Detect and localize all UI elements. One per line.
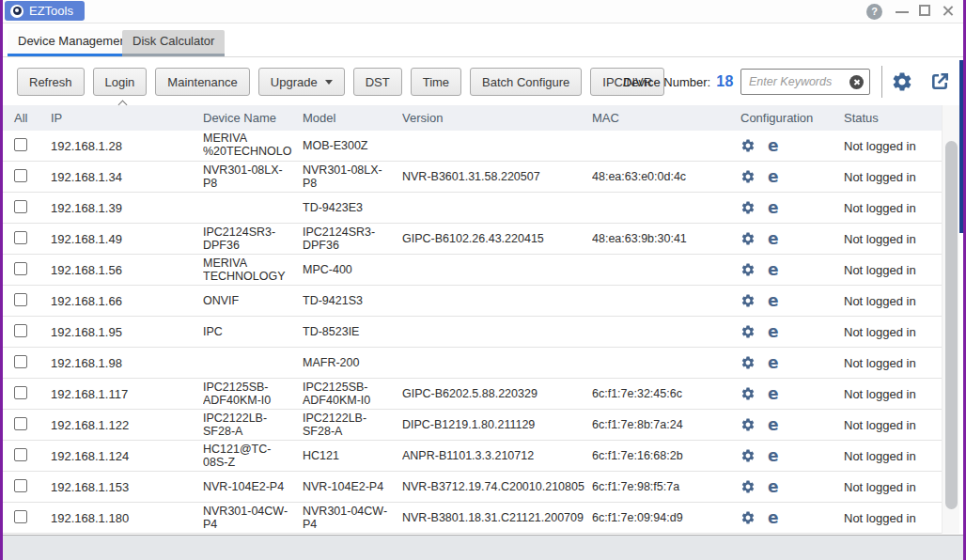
model-cell: IPC2124SR3-DPF36	[303, 226, 402, 252]
configuration-cell: e	[740, 417, 844, 432]
minimize-icon[interactable]	[896, 11, 909, 13]
upgrade-button[interactable]: Upgrade	[258, 68, 345, 96]
ip-cell: 192.168.1.122	[51, 418, 203, 432]
table-row: 192.168.1.49 IPC2124SR3-DPF36 IPC2124SR3…	[0, 224, 942, 255]
search-input[interactable]	[749, 70, 845, 93]
row-checkbox[interactable]	[14, 293, 27, 306]
row-settings-gear-icon[interactable]	[740, 386, 756, 401]
row-settings-gear-icon[interactable]	[740, 262, 756, 277]
header-device-name[interactable]: Device Name	[203, 112, 303, 125]
row-settings-gear-icon[interactable]	[740, 479, 756, 494]
mac-cell: 48:ea:63:e0:0d:4c	[592, 170, 740, 183]
browser-icon[interactable]: e	[768, 293, 779, 308]
ip-cell: 192.168.1.56	[51, 263, 203, 277]
model-cell: NVR301-08LX-P8	[303, 163, 402, 190]
mac-cell: 6c:f1:7e:32:45:6c	[592, 387, 740, 400]
settings-gear-icon[interactable]	[891, 70, 913, 93]
help-icon[interactable]: ?	[866, 4, 882, 20]
background-window-artifact	[959, 60, 963, 233]
header-configuration[interactable]: Configuration	[740, 111, 844, 125]
configuration-cell: e	[740, 169, 844, 184]
maximize-icon[interactable]	[919, 5, 930, 16]
browser-icon[interactable]: e	[768, 200, 779, 215]
vertical-scrollbar[interactable]	[942, 105, 959, 534]
row-settings-gear-icon[interactable]	[740, 417, 756, 432]
row-settings-gear-icon[interactable]	[740, 169, 756, 184]
app-title: EZTools	[29, 4, 73, 18]
tab-device-management[interactable]: Device Management	[8, 30, 140, 56]
row-settings-gear-icon[interactable]	[740, 324, 756, 339]
scrollbar-thumb[interactable]	[945, 141, 958, 509]
row-checkbox[interactable]	[14, 262, 27, 275]
sort-ascending-icon[interactable]	[119, 100, 127, 107]
device-number-label: Device Number:	[623, 75, 710, 89]
mac-cell: 6c:f1:7e:09:94:d9	[592, 511, 740, 524]
row-checkbox-cell	[0, 200, 51, 216]
dst-button[interactable]: DST	[353, 68, 402, 96]
configuration-cell: e	[740, 386, 844, 401]
table-row: 192.168.1.66 ONVIF TD-9421S3 e Not logge…	[0, 286, 942, 317]
row-checkbox[interactable]	[14, 386, 27, 399]
export-icon[interactable]	[928, 70, 951, 93]
browser-icon[interactable]: e	[768, 169, 779, 184]
header-version[interactable]: Version	[402, 111, 592, 125]
ip-cell: 192.168.1.95	[51, 325, 203, 339]
status-cell: Not logged in	[844, 418, 942, 432]
tab-disk-calculator[interactable]: Disk Calculator	[122, 30, 225, 56]
row-settings-gear-icon[interactable]	[740, 231, 756, 246]
browser-icon[interactable]: e	[768, 262, 779, 277]
login-button[interactable]: Login	[93, 68, 148, 96]
ip-cell: 192.168.1.34	[51, 170, 203, 184]
maintenance-button[interactable]: Maintenance	[155, 68, 249, 96]
table-row: 192.168.1.98 MAFR-200 e Not logged in	[0, 348, 942, 379]
refresh-button[interactable]: Refresh	[17, 68, 85, 96]
header-mac[interactable]: MAC	[592, 111, 740, 125]
row-checkbox[interactable]	[14, 417, 27, 430]
browser-icon[interactable]: e	[768, 417, 779, 432]
row-checkbox[interactable]	[14, 138, 27, 151]
row-settings-gear-icon[interactable]	[740, 200, 756, 215]
tab-bar: Device Management Disk Calculator	[0, 24, 966, 57]
row-settings-gear-icon[interactable]	[740, 138, 756, 153]
row-checkbox[interactable]	[14, 169, 27, 182]
titlebar: EZTools ?	[0, 0, 966, 23]
device-name-cell: ONVIF	[203, 294, 303, 307]
header-model[interactable]: Model	[303, 112, 402, 125]
ip-cell: 192.168.1.39	[51, 201, 203, 215]
row-checkbox[interactable]	[14, 231, 27, 244]
configuration-cell: e	[740, 231, 844, 246]
time-button[interactable]: Time	[411, 68, 461, 96]
header-status[interactable]: Status	[844, 111, 942, 125]
configuration-cell: e	[740, 324, 844, 339]
status-cell: Not logged in	[844, 201, 942, 215]
browser-icon[interactable]: e	[768, 324, 779, 339]
row-checkbox[interactable]	[14, 355, 27, 368]
row-checkbox[interactable]	[14, 479, 27, 492]
browser-icon[interactable]: e	[768, 386, 779, 401]
browser-icon[interactable]: e	[768, 510, 779, 525]
row-settings-gear-icon[interactable]	[740, 510, 756, 525]
row-checkbox[interactable]	[14, 200, 27, 213]
row-checkbox[interactable]	[14, 324, 27, 337]
clear-search-icon[interactable]	[849, 75, 864, 89]
configuration-cell: e	[740, 479, 844, 494]
row-checkbox[interactable]	[14, 510, 27, 523]
status-cell: Not logged in	[844, 480, 942, 494]
browser-icon[interactable]: e	[768, 448, 779, 463]
browser-icon[interactable]: e	[768, 138, 779, 153]
browser-icon[interactable]: e	[768, 231, 779, 246]
browser-icon[interactable]: e	[768, 355, 779, 370]
close-icon[interactable]	[942, 5, 954, 17]
row-settings-gear-icon[interactable]	[740, 448, 756, 463]
row-settings-gear-icon[interactable]	[740, 355, 756, 370]
ip-cell: 192.168.1.117	[51, 387, 203, 401]
version-cell: DIPC-B1219.1.80.211129	[402, 418, 592, 431]
row-checkbox-cell	[0, 169, 51, 185]
batch-configure-button[interactable]: Batch Configure	[470, 68, 582, 96]
ip-cell: 192.168.1.180	[51, 511, 203, 525]
row-settings-gear-icon[interactable]	[740, 293, 756, 308]
header-all[interactable]: All	[0, 111, 51, 125]
header-ip[interactable]: IP	[51, 111, 203, 125]
row-checkbox[interactable]	[14, 448, 27, 461]
browser-icon[interactable]: e	[768, 479, 779, 494]
